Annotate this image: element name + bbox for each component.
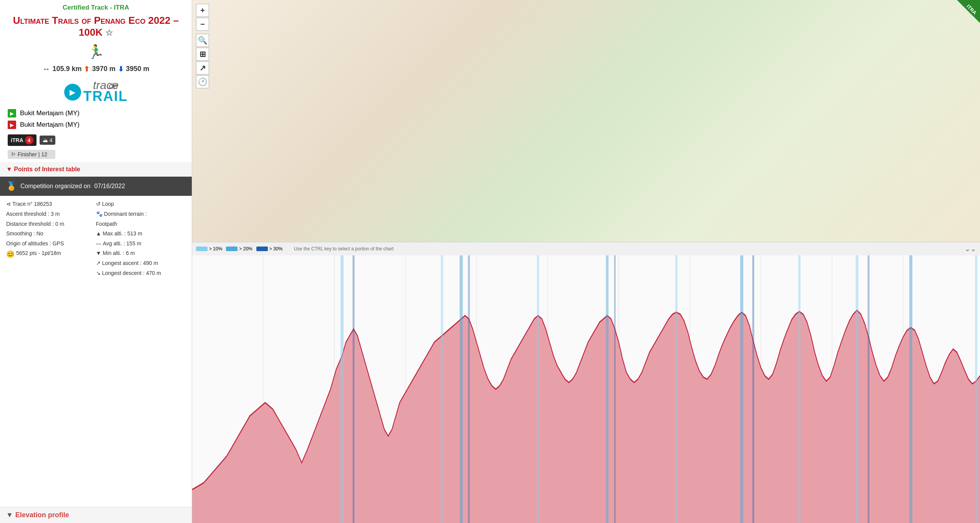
- ascent-icon: ⬆: [84, 65, 90, 73]
- max-alti-value: 513 m: [127, 230, 142, 238]
- smiley-icon: 😊: [6, 250, 15, 259]
- legend-item-30: > 30%: [256, 246, 282, 252]
- terrain-value-row: Footpath: [96, 220, 186, 228]
- tdt-text-logo: trace de TRAIL: [83, 79, 128, 104]
- loop-icon: ↺: [96, 200, 101, 208]
- max-alti-icon: ▲: [96, 230, 101, 238]
- min-alti-label: Min alti. :: [103, 250, 124, 257]
- smoothing-label: Smoothing :: [6, 230, 35, 238]
- details-right-col: ↺ Loop 🐾 Dominant terrain : Footpath ▲ M…: [96, 200, 186, 277]
- distance-arrow-icon: ↔: [42, 65, 50, 73]
- legend-color-20: [226, 247, 238, 251]
- zoom-out-button[interactable]: −: [196, 18, 209, 31]
- layers-button[interactable]: ⊞: [196, 48, 209, 61]
- tdt-circle-icon: ▶: [64, 84, 81, 101]
- stats-row: ↔ 105.9 km ⬆ 3970 m ⬇ 3950 m: [0, 62, 192, 76]
- origin-row: Origin of altitudes : GPS: [6, 240, 96, 248]
- longest-ascent-label: Longest ascent :: [102, 260, 142, 267]
- legend-label-30: > 30%: [269, 246, 282, 252]
- location-history-button[interactable]: 🕐: [196, 75, 209, 88]
- favorite-star-icon[interactable]: ☆: [105, 28, 113, 38]
- longest-ascent-icon: ↗: [96, 260, 101, 267]
- distance-thresh-row: Distance threshold : 0 m: [6, 220, 96, 228]
- trace-de-trail-logo: ▶ trace de TRAIL: [64, 79, 128, 104]
- longest-descent-value: 470 m: [146, 270, 161, 277]
- chart-hint-label: Use the CTRL key to select a portion of …: [294, 246, 394, 252]
- map-container[interactable]: 20 30 40 50 60 70 100 80 10 90 2 km Buk: [192, 0, 980, 242]
- competition-label: Competition organized on: [20, 183, 90, 190]
- avg-alti-row: — Avg alti. : 155 m: [96, 240, 186, 248]
- terrain-row: 🐾 Dominant terrain :: [96, 210, 186, 218]
- elevation-chart[interactable]: [192, 255, 980, 523]
- itra-points-badge: iTRA 4: [8, 134, 37, 146]
- fullscreen-button[interactable]: ↗: [196, 61, 209, 74]
- elevation-chart-svg: [192, 255, 980, 523]
- finisher-number: 12: [41, 151, 47, 157]
- finisher-icon: 🏳: [11, 151, 16, 157]
- right-panel: 20 30 40 50 60 70 100 80 10 90 2 km Buk: [192, 0, 980, 523]
- trace-no-label: Trace n°: [12, 200, 33, 208]
- race-title-text: Ultimate Trails of Penang Eco 2022 – 100…: [13, 15, 179, 38]
- mountain-icon: ⛰: [43, 137, 48, 143]
- trace-no-value: 186253: [34, 200, 52, 208]
- origin-label: Origin of altitudes :: [6, 240, 51, 248]
- loop-label: Loop: [102, 200, 114, 208]
- start-flag-icon: ▶: [8, 109, 16, 118]
- trail-text: TRAIL: [83, 88, 128, 104]
- pts-row: 😊 5652 pts - 1pt/18m: [6, 250, 96, 259]
- itra-label: iTRA: [11, 137, 23, 143]
- runner-icon: 🏃‍♂️: [87, 44, 105, 60]
- mountain-number: 4: [50, 137, 53, 143]
- legend-color-10: [196, 247, 208, 251]
- legend-color-30: [256, 247, 268, 251]
- competition-bar: 🏅 Competition organized on 07/16/2022: [0, 177, 192, 196]
- longest-descent-label: Longest descent :: [102, 270, 145, 277]
- trace-number-row: ⊲ Trace n° 186253: [6, 200, 96, 208]
- avg-alti-label: Avg alti. :: [103, 240, 125, 248]
- logo-section: ▶ trace de TRAIL: [0, 76, 192, 107]
- elevation-profile-text: Elevation profile: [15, 511, 69, 519]
- end-location-text: Bukit Mertajam (MY): [20, 121, 80, 129]
- finisher-label: Finisher: [18, 151, 37, 157]
- finisher-badge: 🏳 Finisher | 12: [8, 150, 55, 159]
- ascent-thresh-row: Ascent threshold : 3 m: [6, 210, 96, 218]
- end-location-item: ▶ Bukit Mertajam (MY): [8, 121, 184, 129]
- smoothing-value: No: [37, 230, 43, 238]
- max-alti-row: ▲ Max alti. : 513 m: [96, 230, 186, 238]
- poi-header-text: ▼ Points of Interest table: [6, 166, 80, 173]
- details-left-col: ⊲ Trace n° 186253 Ascent threshold : 3 m…: [6, 200, 96, 277]
- legend-item-20: > 20%: [226, 246, 252, 252]
- mountain-badge: ⛰ 4: [40, 136, 56, 145]
- pts-value: 5652 pts - 1pt/18m: [16, 250, 61, 257]
- itra-corner-ribbon: ITRA: [934, 0, 980, 46]
- poi-section-header[interactable]: ▼ Points of Interest table: [0, 162, 192, 177]
- finisher-separator: |: [38, 151, 40, 157]
- paw-icon: 🐾: [96, 210, 103, 218]
- origin-value: GPS: [53, 240, 64, 248]
- trace-icon: ⊲: [6, 200, 11, 208]
- longest-descent-icon: ↘: [96, 270, 101, 277]
- avg-alti-value: 155 m: [126, 240, 141, 248]
- longest-ascent-value: 490 m: [143, 260, 158, 267]
- competition-date: 07/16/2022: [94, 183, 125, 190]
- race-title: Ultimate Trails of Penang Eco 2022 – 100…: [0, 13, 192, 41]
- elevation-chevron-icon: ▼: [6, 511, 13, 519]
- distance-thresh-value: 0 m: [55, 220, 64, 228]
- longest-ascent-row: ↗ Longest ascent : 490 m: [96, 260, 186, 267]
- zoom-in-button[interactable]: +: [196, 4, 209, 17]
- certified-badge: Certified Track - ITRA: [0, 0, 192, 13]
- location-section: ▶ Bukit Mertajam (MY) ▶ Bukit Mertajam (…: [0, 107, 192, 131]
- scroll-down-icon[interactable]: ⌄⌄: [965, 245, 976, 253]
- min-alti-value: 6 m: [126, 250, 135, 257]
- min-alti-icon: ▼: [96, 250, 101, 257]
- start-location-text: Bukit Mertajam (MY): [20, 109, 80, 117]
- certified-text: Certified Track - ITRA: [63, 4, 129, 11]
- ascent-value: 3970 m: [92, 65, 115, 73]
- elevation-legend-bar: > 10% > 20% > 30% Use the CTRL key to se…: [192, 242, 980, 255]
- search-button[interactable]: 🔍: [196, 34, 209, 47]
- legend-label-20: > 20%: [239, 246, 252, 252]
- longest-descent-row: ↘ Longest descent : 470 m: [96, 270, 186, 277]
- avg-alti-icon: —: [96, 240, 101, 248]
- elevation-profile-header[interactable]: ▼ Elevation profile: [0, 507, 192, 523]
- max-alti-label: Max alti. :: [103, 230, 126, 238]
